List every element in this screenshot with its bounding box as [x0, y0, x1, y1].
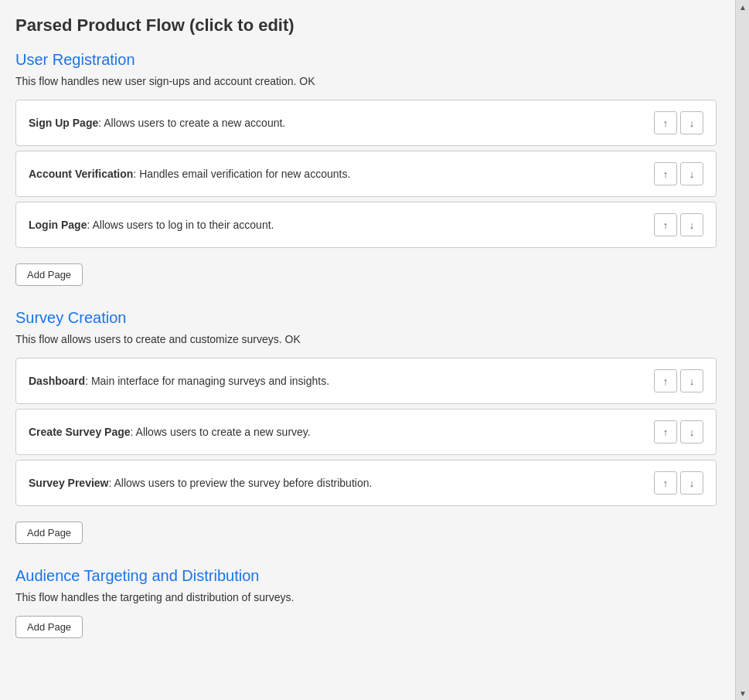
flow-description-user-registration: This flow handles new user sign-ups and … — [15, 75, 717, 87]
page-item-buttons: ↑↓ — [654, 420, 703, 443]
move-up-button[interactable]: ↑ — [654, 420, 677, 443]
table-row: Create Survey Page: Allows users to crea… — [15, 409, 717, 455]
flow-description-survey-creation: This flow allows users to create and cus… — [15, 333, 717, 345]
add-page-button-user-registration[interactable]: Add Page — [15, 263, 83, 286]
page-item-text: Login Page: Allows users to log in to th… — [29, 219, 645, 231]
table-row: Login Page: Allows users to log in to th… — [15, 202, 717, 248]
page-item-text: Sign Up Page: Allows users to create a n… — [29, 117, 645, 129]
move-down-button[interactable]: ↓ — [680, 162, 703, 185]
page-title: Parsed Product Flow (click to edit) — [15, 15, 717, 36]
move-down-button[interactable]: ↓ — [680, 369, 703, 392]
move-up-button[interactable]: ↑ — [654, 111, 677, 134]
move-down-button[interactable]: ↓ — [680, 471, 703, 494]
page-item-buttons: ↑↓ — [654, 471, 703, 494]
move-down-button[interactable]: ↓ — [680, 111, 703, 134]
pages-list-user-registration: Sign Up Page: Allows users to create a n… — [15, 100, 717, 253]
move-up-button[interactable]: ↑ — [654, 162, 677, 185]
scroll-up-button[interactable]: ▲ — [736, 0, 749, 14]
flow-title-survey-creation: Survey Creation — [15, 309, 717, 327]
page-item-buttons: ↑↓ — [654, 162, 703, 185]
pages-list-survey-creation: Dashboard: Main interface for managing s… — [15, 358, 717, 511]
flows-container: User RegistrationThis flow handles new u… — [15, 51, 717, 638]
move-down-button[interactable]: ↓ — [680, 420, 703, 443]
page-item-buttons: ↑↓ — [654, 111, 703, 134]
move-up-button[interactable]: ↑ — [654, 213, 677, 236]
table-row: Survey Preview: Allows users to preview … — [15, 460, 717, 506]
flow-description-audience-targeting: This flow handles the targeting and dist… — [15, 591, 717, 603]
table-row: Dashboard: Main interface for managing s… — [15, 358, 717, 404]
page-item-buttons: ↑↓ — [654, 369, 703, 392]
add-page-button-audience-targeting[interactable]: Add Page — [15, 616, 83, 638]
table-row: Sign Up Page: Allows users to create a n… — [15, 100, 717, 146]
flow-section-survey-creation: Survey CreationThis flow allows users to… — [15, 309, 717, 544]
flow-section-audience-targeting: Audience Targeting and DistributionThis … — [15, 567, 717, 638]
main-content[interactable]: Parsed Product Flow (click to edit) User… — [0, 0, 735, 700]
add-page-button-survey-creation[interactable]: Add Page — [15, 522, 83, 544]
page-item-buttons: ↑↓ — [654, 213, 703, 236]
move-up-button[interactable]: ↑ — [654, 471, 677, 494]
table-row: Account Verification: Handles email veri… — [15, 151, 717, 197]
flow-section-user-registration: User RegistrationThis flow handles new u… — [15, 51, 717, 286]
page-item-text: Account Verification: Handles email veri… — [29, 168, 645, 180]
page-item-text: Dashboard: Main interface for managing s… — [29, 375, 645, 387]
move-down-button[interactable]: ↓ — [680, 213, 703, 236]
scroll-arrows: ▲ ▼ — [735, 0, 749, 700]
move-up-button[interactable]: ↑ — [654, 369, 677, 392]
page-item-text: Create Survey Page: Allows users to crea… — [29, 426, 645, 438]
page-item-text: Survey Preview: Allows users to preview … — [29, 477, 645, 489]
flow-title-audience-targeting: Audience Targeting and Distribution — [15, 567, 717, 585]
flow-title-user-registration: User Registration — [15, 51, 717, 69]
scroll-down-button[interactable]: ▼ — [736, 686, 749, 700]
